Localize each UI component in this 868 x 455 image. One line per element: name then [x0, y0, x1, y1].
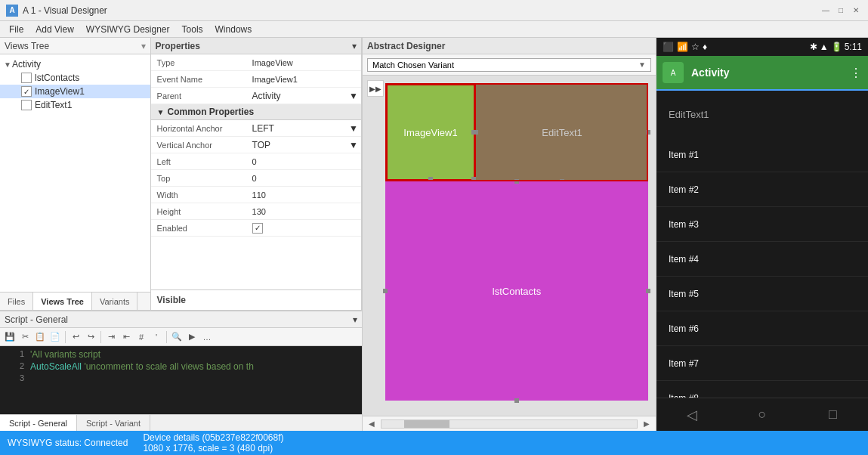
menu-file[interactable]: File [3, 23, 29, 36]
tree-checkbox-lstcontacts[interactable] [21, 73, 32, 83]
parent-dropdown-arrow[interactable]: ▼ [349, 91, 358, 101]
canvas-fast-forward-btn[interactable]: ▶▶ [367, 80, 384, 97]
phone-list-item-2: Item #2 [656, 172, 868, 207]
prop-name-enabled: Enabled [151, 222, 249, 234]
phone-menu-dots[interactable]: ⋮ [850, 66, 862, 80]
script-unindent-btn[interactable]: ⇤ [119, 330, 133, 344]
prop-value-enabled[interactable]: ✓ [249, 221, 361, 235]
properties-pin[interactable]: ▾ [352, 41, 357, 51]
prop-row-parent: Parent Activity ▼ [151, 88, 361, 104]
h-anchor-arrow[interactable]: ▼ [349, 123, 358, 134]
tree-label-activity: Activity [12, 59, 41, 70]
menu-tools[interactable]: Tools [176, 23, 209, 36]
auto-scale-keyword: AutoScaleAll [30, 361, 82, 372]
menu-add-view[interactable]: Add View [29, 23, 79, 36]
imageview1-box[interactable]: ImageView1 [385, 83, 476, 181]
expand-icon-activity[interactable]: ▼ [3, 60, 12, 69]
section-arrow[interactable]: ▼ [157, 108, 165, 116]
close-button[interactable]: ✕ [850, 5, 862, 17]
tree-node-activity[interactable]: ▼ Activity [0, 57, 150, 71]
script-comment-btn[interactable]: # [134, 330, 148, 344]
tree-checkbox-imageview1[interactable] [21, 86, 32, 97]
script-save-btn[interactable]: 💾 [3, 330, 17, 344]
phone-home-btn[interactable]: ○ [747, 400, 777, 430]
phone-edit-area: EditText1 [656, 89, 868, 138]
script-paste-btn[interactable]: 📄 [48, 330, 62, 344]
handle-tm-lst[interactable] [514, 179, 519, 184]
prop-value-parent[interactable]: Activity ▼ [249, 89, 361, 103]
footer-scroll-left[interactable]: ◀ [366, 419, 378, 429]
prop-row-height: Height 130 [151, 203, 361, 220]
phone-list-item-3: Item #3 [656, 207, 868, 242]
prop-name-v-anchor: Vertical Anchor [151, 139, 249, 151]
canvas-layout: ImageView1 EditText1 [385, 83, 648, 401]
phone-back-btn[interactable]: ◁ [677, 400, 707, 430]
v-anchor-arrow[interactable]: ▼ [349, 140, 358, 150]
edittext1-box[interactable]: EditText1 [476, 83, 648, 181]
phone-recents-btn[interactable]: □ [817, 400, 848, 430]
script-run-btn[interactable]: ▶ [185, 330, 199, 344]
handle-mr-lst[interactable] [646, 289, 650, 293]
prop-value-h-anchor[interactable]: LEFT ▼ [249, 122, 361, 135]
script-cut-btn[interactable]: ✂ [18, 330, 32, 344]
script-copy-btn[interactable]: 📋 [33, 330, 47, 344]
scrollbar-thumb[interactable] [404, 420, 449, 428]
handle-ml-lst[interactable] [383, 289, 388, 293]
footer-scroll-right[interactable]: ▶ [641, 419, 653, 429]
script-content[interactable]: 1 'All variants script 2 AutoScaleAll 'u… [0, 346, 362, 414]
window-controls: — □ ✕ [820, 5, 862, 17]
prop-value-left[interactable]: 0 [249, 156, 361, 168]
maximize-button[interactable]: □ [835, 5, 847, 17]
script-indent-btn[interactable]: ⇥ [104, 330, 118, 344]
tab-views-tree[interactable]: Views Tree [33, 292, 92, 310]
phone-nav-bar: ◁ ○ □ [656, 398, 868, 431]
prop-row-vertical-anchor: Vertical Anchor TOP ▼ [151, 137, 361, 153]
tree-node-imageview1[interactable]: ImageView1 [0, 85, 150, 98]
handle-bm-lst[interactable] [514, 398, 519, 403]
designer-variant-dropdown[interactable]: Match Chosen Variant ▼ [367, 58, 651, 72]
tree-node-edittext1[interactable]: EditText1 [0, 98, 150, 112]
menu-wysiwyg[interactable]: WYSIWYG Designer [80, 23, 176, 36]
designer-canvas[interactable]: ▶▶ ImageView1 [363, 76, 656, 416]
tab-files[interactable]: Files [0, 292, 33, 310]
device-details: Device details (05b237e822f0068f) 1080 x… [143, 432, 283, 453]
prop-value-height[interactable]: 130 [249, 206, 361, 218]
script-uncomment-btn[interactable]: ' [150, 330, 163, 344]
tree-checkbox-edittext1[interactable] [21, 100, 32, 110]
menu-windows[interactable]: Windows [209, 23, 258, 36]
phone-edittext1[interactable]: EditText1 [663, 109, 862, 120]
views-tree-pin[interactable]: ▾ [141, 41, 146, 51]
horizontal-scrollbar[interactable] [381, 419, 638, 429]
script-undo-btn[interactable]: ↩ [69, 330, 82, 344]
script-redo-btn[interactable]: ↪ [84, 330, 97, 344]
properties-table: Type ImageView Event Name ImageView1 Par… [151, 54, 361, 289]
prop-value-width[interactable]: 110 [249, 189, 361, 201]
handle-ml-edit[interactable] [474, 130, 478, 135]
script-tab-variant[interactable]: Script - Variant [77, 415, 150, 431]
tree-node-lstcontacts[interactable]: lstContacts [0, 71, 150, 85]
script-line-2: 2 AutoScaleAll 'uncomment to scale all v… [6, 361, 356, 373]
script-line-1: 1 'All variants script [6, 349, 356, 361]
script-separator-3 [166, 331, 167, 343]
script-pin[interactable]: ▾ [353, 314, 357, 325]
views-tree-panel: Views Tree ▾ ▼ Activity lstContacts [0, 38, 151, 310]
prop-value-eventname[interactable]: ImageView1 [249, 73, 361, 85]
prop-value-top[interactable]: 0 [249, 172, 361, 184]
minimize-button[interactable]: — [820, 5, 832, 17]
prop-name-eventname: Event Name [151, 73, 249, 85]
designer-header: Abstract Designer [363, 38, 656, 54]
handle-mr-edit[interactable] [646, 130, 650, 135]
script-search-btn[interactable]: 🔍 [170, 330, 184, 344]
main-content: Views Tree ▾ ▼ Activity lstContacts [0, 38, 868, 431]
lstcontacts-box[interactable]: lstContacts [385, 181, 648, 401]
designer-footer: ◀ ▶ [363, 416, 656, 431]
status-bar: WYSIWYG status: Connected Device details… [0, 431, 868, 455]
tree-label-edittext1: EditText1 [35, 100, 72, 110]
enabled-checkbox[interactable]: ✓ [252, 223, 263, 234]
script-tab-general[interactable]: Script - General [0, 415, 77, 431]
phone-app-title: Activity [691, 67, 850, 79]
designer-dropdown-arrow[interactable]: ▼ [638, 60, 646, 69]
script-stop-btn[interactable]: … [200, 330, 214, 344]
tab-variants[interactable]: Variants [92, 292, 138, 310]
prop-value-v-anchor[interactable]: TOP ▼ [249, 138, 361, 152]
